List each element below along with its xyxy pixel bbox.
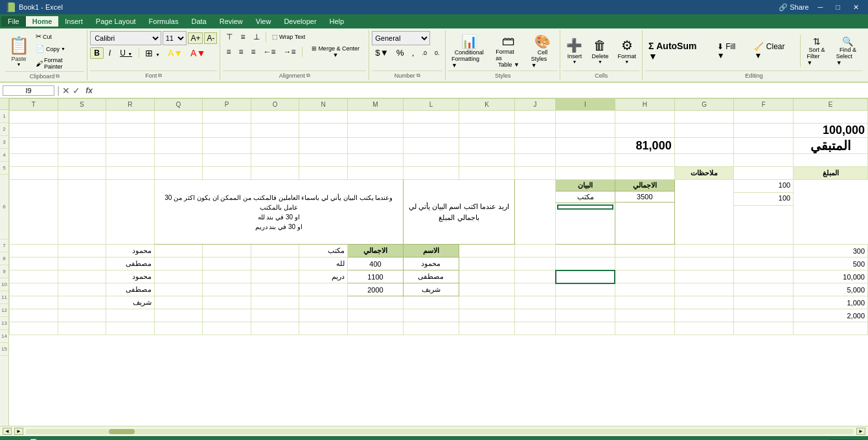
sort-filter-button[interactable]: ⇅ Sort & Filter ▼ [803,34,830,68]
dec-dec-button[interactable]: 0. [431,49,443,58]
format-as-table-button[interactable]: 🗃 Format as Table ▼ [492,32,525,70]
col-header-T[interactable]: T [10,99,58,111]
menu-formulas[interactable]: Formulas [143,16,185,27]
insert-cells-button[interactable]: ➕ Insert ▼ [563,36,586,66]
small-table-header-name[interactable]: الاسم [403,245,459,258]
amount-1000[interactable]: 1,000 [794,296,868,309]
bold-button[interactable]: B [90,47,104,59]
bayan-data-1[interactable] [557,204,613,210]
location-N7[interactable]: مكتب [299,245,348,258]
cut-button[interactable]: ✂ Cut [34,31,84,42]
decrease-font-button[interactable]: A- [204,32,217,44]
col-header-F[interactable]: F [734,99,794,111]
col-header-I[interactable]: I [556,99,615,111]
data-table-H[interactable]: الاجمالي 3500 [615,180,674,245]
fx-label[interactable]: fx [83,86,95,95]
menu-page-layout[interactable]: Page Layout [89,16,143,27]
scroll-left-btn[interactable]: ◄ [3,428,12,435]
name-R7[interactable]: محمود [106,245,155,258]
indent-inc-button[interactable]: →≡ [280,46,299,58]
italic-button[interactable]: I [105,47,115,59]
underline-button[interactable]: U ▼ [116,47,136,59]
wrap-text-button[interactable]: ⬚ Wrap Text [269,32,309,41]
amount-5000[interactable]: 5,000 [794,283,868,296]
autosum-button[interactable]: Σ AutoSum ▼ [645,39,711,63]
horizontal-scrollbar[interactable]: ◄ ► ► [0,426,868,436]
merge-center-button[interactable]: ⊞ Merge & Center ▼ [305,44,367,60]
menu-file[interactable]: File [1,16,26,27]
data-table-I[interactable]: البيان مكتب [556,180,615,245]
fill-color-button[interactable]: A▼ [165,47,186,60]
font-size-selector[interactable]: 11 [163,31,187,45]
scroll-thumb[interactable] [109,429,135,434]
amount-2000[interactable]: 2,000 [794,309,868,322]
small-table-name-1[interactable]: مصطفى [403,270,459,283]
format-painter-button[interactable]: 🖌 Format Painter [34,56,84,71]
col-header-R[interactable]: R [106,99,155,111]
location-N9[interactable]: دريم [299,270,348,283]
copy-button[interactable]: 📄 Copy ▼ [34,43,84,54]
close-btn[interactable]: ✕ [849,3,863,12]
name-box[interactable] [3,85,54,96]
small-table-total-1[interactable]: 1100 [347,270,403,283]
dec-inc-button[interactable]: .0 [418,49,430,58]
align-bottom-button[interactable]: ⊥ [250,31,263,43]
arabic-note-cell[interactable]: اريد عندما اكتب اسم البيان يأتي لي باجما… [403,180,514,245]
amount-300[interactable]: 300 [794,245,868,258]
align-middle-button[interactable]: ≡ [237,31,248,43]
col-header-H[interactable]: H [615,99,674,111]
mablagh-header-cell[interactable]: المبلغ [794,167,868,180]
confirm-formula-button[interactable]: ✓ [73,85,80,96]
menu-developer[interactable]: Developer [277,16,323,27]
bayan-data-0[interactable]: مكتب [556,192,615,203]
amount-100000-cell[interactable]: 100,000 [794,124,868,138]
scroll-track[interactable] [26,429,854,434]
currency-button[interactable]: $▼ [372,47,392,59]
col-header-L[interactable]: L [403,99,459,111]
col-header-M[interactable]: M [347,99,403,111]
align-center-button[interactable]: ≡ [236,46,247,58]
borders-button[interactable]: ⊞ ▼ [142,47,163,60]
indent-dec-button[interactable]: ←≡ [260,46,279,58]
align-top-button[interactable]: ⊤ [223,31,236,43]
spreadsheet-grid[interactable]: T S R Q P O N M L K J I H G F E [9,98,868,426]
cancel-formula-button[interactable]: ✕ [62,85,70,96]
amount-81000-cell[interactable]: 81,000 [615,138,674,154]
small-table-name-2[interactable]: شريف [403,283,459,296]
find-select-button[interactable]: 🔍 Find & Select ▼ [833,34,863,68]
name-R8[interactable]: مصطفى [106,258,155,270]
menu-home[interactable]: Home [26,16,59,27]
menu-review[interactable]: Review [213,16,249,27]
scroll-right-btn[interactable]: ► [14,428,23,435]
row-scroll[interactable]: 1 2 3 4 5 6 7 8 9 10 11 12 13 14 15 [0,98,9,426]
small-table-name-0[interactable]: محمود [403,258,459,270]
minimize-btn[interactable]: ─ [814,3,827,11]
menu-data[interactable]: Data [185,16,212,27]
amount-10000[interactable]: 10,000 [794,270,868,283]
mulahazat-header-cell[interactable]: ملاحظات [674,167,734,180]
align-right-button[interactable]: ≡ [248,46,259,58]
name-R9[interactable]: محمود [106,270,155,283]
maximize-btn[interactable]: □ [832,3,844,11]
font-selector[interactable]: Calibri [90,31,161,45]
align-left-button[interactable]: ≡ [223,46,234,58]
paste-button[interactable]: 📋 Paste ▼ [5,34,32,69]
col-header-S[interactable]: S [58,99,106,111]
menu-view[interactable]: View [249,16,278,27]
mutbaqi-label-cell[interactable]: المتبقي [794,138,868,154]
scroll-right2-btn[interactable]: ► [856,428,865,435]
location-N8[interactable]: لله [299,258,348,270]
format-cells-button[interactable]: ⚙ Format ▼ [614,36,639,66]
share-button[interactable]: 🔗 Share [779,3,808,12]
small-table-header-total[interactable]: الاجمالي [347,245,403,258]
col-header-G[interactable]: G [674,99,734,111]
menu-insert[interactable]: Insert [58,16,89,27]
col-header-N[interactable]: N [299,99,348,111]
small-table-total-2[interactable]: 2000 [347,283,403,296]
cell-styles-button[interactable]: 🎨 Cell Styles ▼ [528,32,558,71]
percent-button[interactable]: % [393,47,407,59]
clear-button[interactable]: 🧹 Clear ▼ [751,40,797,62]
amount-100-2[interactable]: 100 [734,193,793,206]
font-color-button[interactable]: A▼ [187,47,209,60]
comma-button[interactable]: , [409,47,418,59]
